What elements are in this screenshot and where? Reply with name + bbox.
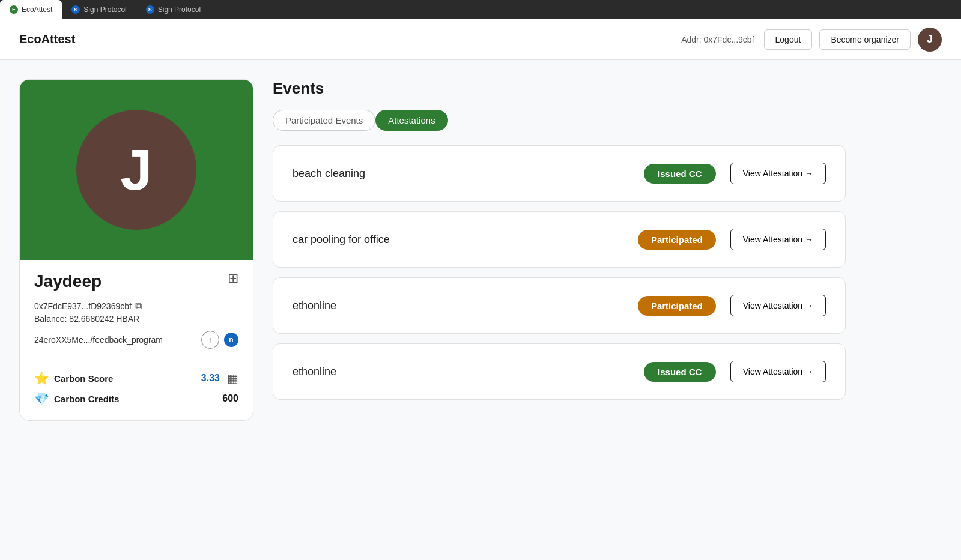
app-logo: EcoAttest [19, 32, 681, 46]
tab-ecoattest-label: EcoAttest [22, 5, 52, 14]
upload-icon[interactable]: ↑ [201, 331, 219, 349]
events-tabs: Participated Events Attestations [273, 110, 846, 131]
profile-program-row: 24eroXX5Me.../feedback_program ↑ n [34, 331, 238, 349]
profile-banner: J [20, 80, 253, 260]
tab-sign1-icon: S [71, 5, 80, 14]
profile-address: 0x7FdcE937...fD92369cbf ⧉ [34, 301, 238, 312]
event-card: ethonline Participated View Attestation … [273, 277, 846, 334]
profile-name-row: Jaydeep ⊞ [34, 272, 238, 291]
become-organizer-button[interactable]: Become organizer [819, 29, 911, 50]
carbon-credits-value: 600 [222, 393, 238, 404]
events-title: Events [273, 79, 846, 98]
view-attestation-button[interactable]: View Attestation → [730, 295, 826, 316]
events-list: beach cleaning Issued CC View Attestatio… [273, 145, 846, 400]
event-card: ethonline Issued CC View Attestation → [273, 343, 846, 400]
tab-sign1-label: Sign Protocol [83, 5, 126, 14]
browser-tab-sign1[interactable]: S Sign Protocol [62, 0, 136, 19]
profile-info: Jaydeep ⊞ 0x7FdcE937...fD92369cbf ⧉ Bala… [20, 260, 253, 420]
copy-icon[interactable]: ⧉ [135, 301, 142, 312]
event-badge: Participated [638, 230, 716, 250]
view-attestation-button[interactable]: View Attestation → [730, 361, 826, 382]
event-name: ethonline [293, 300, 623, 312]
calculator-icon[interactable]: ▦ [227, 371, 238, 385]
carbon-score-row: ⭐ Carbon Score 3.33 ▦ [34, 371, 238, 385]
tab-participated-events[interactable]: Participated Events [273, 110, 375, 131]
logout-button[interactable]: Logout [764, 29, 813, 50]
event-name: car pooling for office [293, 233, 623, 246]
tab-sign2-label: Sign Protocol [158, 5, 201, 14]
program-badge: n [224, 333, 238, 347]
profile-balance: Balance: 82.6680242 HBAR [34, 314, 238, 324]
view-attestation-button[interactable]: View Attestation → [730, 163, 826, 184]
profile-name: Jaydeep [34, 272, 102, 291]
event-card: beach cleaning Issued CC View Attestatio… [273, 145, 846, 202]
browser-tab-sign2[interactable]: S Sign Protocol [136, 0, 210, 19]
carbon-credits-row: 💎 Carbon Credits 600 [34, 391, 238, 406]
avatar[interactable]: J [918, 28, 942, 52]
main-content: J Jaydeep ⊞ 0x7FdcE937...fD92369cbf ⧉ Ba… [0, 60, 865, 440]
event-badge: Issued CC [644, 362, 716, 382]
event-badge: Participated [638, 296, 716, 316]
event-name: ethonline [293, 366, 629, 378]
event-card: car pooling for office Participated View… [273, 211, 846, 268]
view-attestation-button[interactable]: View Attestation → [730, 229, 826, 250]
tab-eco-icon: E [10, 5, 18, 14]
carbon-score-value: 3.33 [201, 373, 220, 384]
event-badge: Issued CC [644, 164, 716, 184]
address-text: 0x7FdcE937...fD92369cbf [34, 301, 132, 311]
divider [34, 361, 238, 361]
profile-program: 24eroXX5Me.../feedback_program [34, 335, 196, 345]
profile-avatar-large: J [76, 110, 196, 230]
profile-card: J Jaydeep ⊞ 0x7FdcE937...fD92369cbf ⧉ Ba… [19, 79, 253, 421]
browser-tab-ecoattest[interactable]: E EcoAttest [0, 0, 62, 19]
diamond-icon: 💎 [34, 391, 49, 406]
tab-sign2-icon: S [146, 5, 154, 14]
tab-attestations[interactable]: Attestations [375, 110, 447, 131]
carbon-credits-label: Carbon Credits [54, 394, 222, 404]
events-section: Events Participated Events Attestations … [273, 79, 846, 421]
star-icon: ⭐ [34, 371, 49, 385]
browser-bar: E EcoAttest S Sign Protocol S Sign Proto… [0, 0, 961, 19]
app-header: EcoAttest Addr: 0x7Fdc...9cbf Logout Bec… [0, 19, 961, 60]
carbon-score-label: Carbon Score [54, 373, 201, 384]
event-name: beach cleaning [293, 167, 629, 180]
header-right: Addr: 0x7Fdc...9cbf Logout Become organi… [681, 28, 942, 52]
address-display: Addr: 0x7Fdc...9cbf [681, 35, 754, 44]
qr-icon[interactable]: ⊞ [228, 272, 238, 285]
